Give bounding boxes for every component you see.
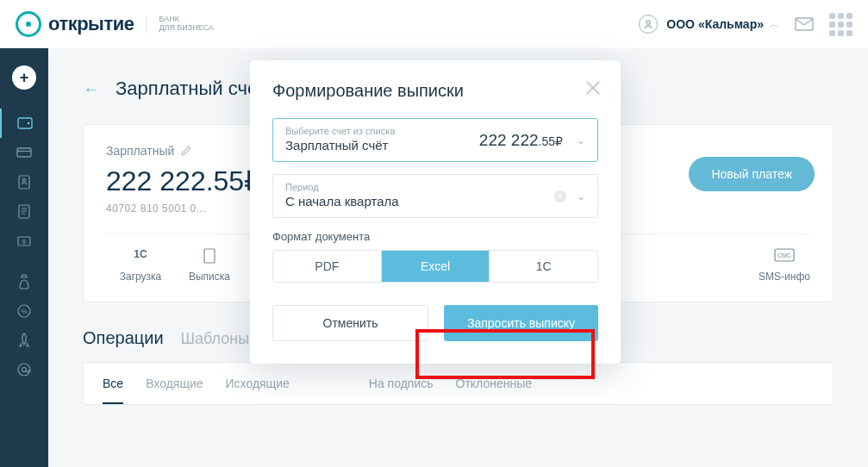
account-select-amount: 222 222.55₽ (479, 131, 563, 150)
close-icon[interactable] (584, 79, 602, 97)
format-pdf-button[interactable]: PDF (273, 251, 381, 282)
clear-icon[interactable]: ✕ (554, 190, 566, 202)
period-value: С начала квартала (285, 194, 585, 209)
modal-title: Формирование выписки (272, 81, 598, 101)
statement-modal: Формирование выписки Выберите счет из сп… (250, 60, 621, 364)
cancel-button[interactable]: Отменить (272, 305, 428, 341)
modal-overlay: Формирование выписки Выберите счет из сп… (0, 0, 868, 467)
format-1c-button[interactable]: 1C (489, 251, 597, 282)
format-excel-button[interactable]: Excel (381, 251, 490, 282)
format-label: Формат документа (272, 230, 598, 243)
format-segmented: PDF Excel 1C (272, 250, 598, 283)
period-label: Период (285, 182, 585, 192)
chevron-down-icon: ⌄ (577, 190, 585, 202)
submit-button[interactable]: Запросить выписку (444, 305, 598, 341)
account-select-field[interactable]: Выберите счет из списка Зарплатный счёт … (272, 118, 598, 162)
period-select-field[interactable]: Период С начала квартала ✕ ⌄ (272, 174, 598, 218)
chevron-down-icon: ⌄ (577, 134, 585, 146)
